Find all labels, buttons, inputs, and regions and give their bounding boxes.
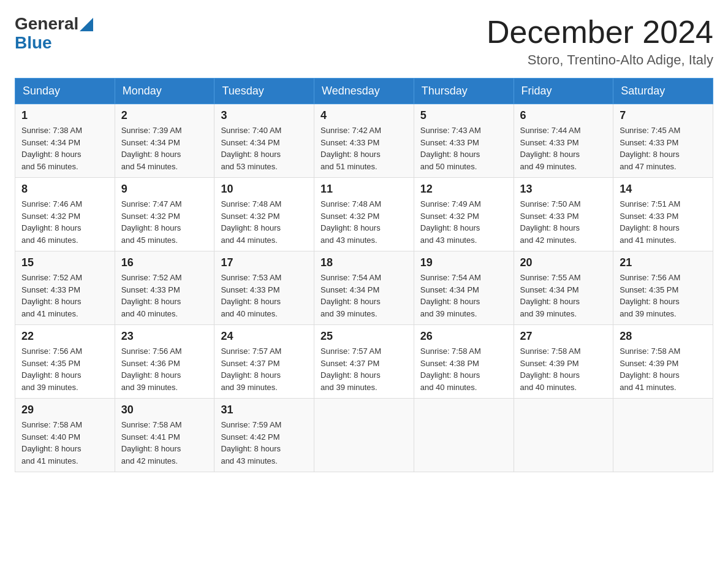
day-cell-28: 28Sunrise: 7:58 AMSunset: 4:39 PMDayligh…	[613, 325, 713, 399]
day-cell-13: 13Sunrise: 7:50 AMSunset: 4:33 PMDayligh…	[514, 178, 613, 251]
day-info-7: Sunrise: 7:45 AMSunset: 4:33 PMDaylight:…	[620, 124, 707, 172]
location-subtitle: Storo, Trentino-Alto Adige, Italy	[487, 52, 713, 68]
day-cell-17: 17Sunrise: 7:53 AMSunset: 4:33 PMDayligh…	[214, 251, 314, 325]
day-number-7: 7	[620, 109, 707, 122]
day-number-26: 26	[420, 330, 507, 343]
day-cell-15: 15Sunrise: 7:52 AMSunset: 4:33 PMDayligh…	[15, 251, 115, 325]
day-info-15: Sunrise: 7:52 AMSunset: 4:33 PMDaylight:…	[21, 272, 108, 320]
day-number-20: 20	[520, 256, 607, 269]
logo-blue-text: Blue	[15, 33, 52, 52]
day-number-6: 6	[520, 109, 607, 122]
day-cell-3: 3Sunrise: 7:40 AMSunset: 4:34 PMDaylight…	[214, 104, 314, 178]
day-number-13: 13	[520, 183, 607, 196]
day-cell-7: 7Sunrise: 7:45 AMSunset: 4:33 PMDaylight…	[613, 104, 713, 178]
day-cell-11: 11Sunrise: 7:48 AMSunset: 4:32 PMDayligh…	[314, 178, 414, 251]
day-cell-19: 19Sunrise: 7:54 AMSunset: 4:34 PMDayligh…	[414, 251, 514, 325]
calendar-header-row: Sunday Monday Tuesday Wednesday Thursday…	[15, 79, 713, 104]
day-info-16: Sunrise: 7:52 AMSunset: 4:33 PMDaylight:…	[121, 272, 208, 320]
day-cell-1: 1Sunrise: 7:38 AMSunset: 4:34 PMDaylight…	[15, 104, 115, 178]
col-monday: Monday	[115, 79, 214, 104]
day-number-18: 18	[320, 256, 408, 269]
day-info-5: Sunrise: 7:43 AMSunset: 4:33 PMDaylight:…	[420, 124, 507, 172]
day-info-6: Sunrise: 7:44 AMSunset: 4:33 PMDaylight:…	[520, 124, 607, 172]
day-info-31: Sunrise: 7:59 AMSunset: 4:42 PMDaylight:…	[221, 419, 308, 467]
day-cell-22: 22Sunrise: 7:56 AMSunset: 4:35 PMDayligh…	[15, 325, 115, 399]
day-number-21: 21	[620, 256, 707, 269]
col-saturday: Saturday	[613, 79, 713, 104]
empty-cell-w4-d6	[613, 399, 713, 472]
day-cell-29: 29Sunrise: 7:58 AMSunset: 4:40 PMDayligh…	[15, 399, 115, 472]
day-number-24: 24	[221, 330, 308, 343]
empty-cell-w4-d5	[514, 399, 613, 472]
logo: General Blue	[15, 15, 93, 53]
day-number-5: 5	[420, 109, 507, 122]
day-cell-21: 21Sunrise: 7:56 AMSunset: 4:35 PMDayligh…	[613, 251, 713, 325]
day-number-11: 11	[320, 183, 408, 196]
day-cell-8: 8Sunrise: 7:46 AMSunset: 4:32 PMDaylight…	[15, 178, 115, 251]
svg-marker-0	[80, 18, 93, 31]
page-header: General Blue December 2024 Storo, Trenti…	[15, 15, 713, 68]
day-info-20: Sunrise: 7:55 AMSunset: 4:34 PMDaylight:…	[520, 272, 607, 320]
day-number-8: 8	[21, 183, 108, 196]
week-row-4: 22Sunrise: 7:56 AMSunset: 4:35 PMDayligh…	[15, 325, 713, 399]
day-number-30: 30	[121, 404, 208, 416]
day-number-22: 22	[21, 330, 108, 343]
day-cell-24: 24Sunrise: 7:57 AMSunset: 4:37 PMDayligh…	[214, 325, 314, 399]
day-number-28: 28	[620, 330, 707, 343]
day-number-27: 27	[520, 330, 607, 343]
logo-triangle-icon	[80, 18, 93, 31]
week-row-2: 8Sunrise: 7:46 AMSunset: 4:32 PMDaylight…	[15, 178, 713, 251]
day-cell-12: 12Sunrise: 7:49 AMSunset: 4:32 PMDayligh…	[414, 178, 514, 251]
day-number-25: 25	[320, 330, 408, 343]
day-info-8: Sunrise: 7:46 AMSunset: 4:32 PMDaylight:…	[21, 198, 108, 246]
day-cell-2: 2Sunrise: 7:39 AMSunset: 4:34 PMDaylight…	[115, 104, 214, 178]
day-info-28: Sunrise: 7:58 AMSunset: 4:39 PMDaylight:…	[620, 345, 707, 393]
day-cell-14: 14Sunrise: 7:51 AMSunset: 4:33 PMDayligh…	[613, 178, 713, 251]
day-info-29: Sunrise: 7:58 AMSunset: 4:40 PMDaylight:…	[21, 419, 108, 467]
day-cell-10: 10Sunrise: 7:48 AMSunset: 4:32 PMDayligh…	[214, 178, 314, 251]
day-cell-4: 4Sunrise: 7:42 AMSunset: 4:33 PMDaylight…	[314, 104, 414, 178]
day-info-24: Sunrise: 7:57 AMSunset: 4:37 PMDaylight:…	[221, 345, 308, 393]
col-sunday: Sunday	[15, 79, 115, 104]
day-number-1: 1	[21, 109, 108, 122]
day-info-13: Sunrise: 7:50 AMSunset: 4:33 PMDaylight:…	[520, 198, 607, 246]
month-title: December 2024	[487, 15, 713, 50]
day-number-12: 12	[420, 183, 507, 196]
day-info-11: Sunrise: 7:48 AMSunset: 4:32 PMDaylight:…	[320, 198, 408, 246]
day-number-4: 4	[320, 109, 408, 122]
day-cell-23: 23Sunrise: 7:56 AMSunset: 4:36 PMDayligh…	[115, 325, 214, 399]
day-number-9: 9	[121, 183, 208, 196]
day-cell-18: 18Sunrise: 7:54 AMSunset: 4:34 PMDayligh…	[314, 251, 414, 325]
day-info-4: Sunrise: 7:42 AMSunset: 4:33 PMDaylight:…	[320, 124, 408, 172]
day-info-27: Sunrise: 7:58 AMSunset: 4:39 PMDaylight:…	[520, 345, 607, 393]
day-info-26: Sunrise: 7:58 AMSunset: 4:38 PMDaylight:…	[420, 345, 507, 393]
day-info-17: Sunrise: 7:53 AMSunset: 4:33 PMDaylight:…	[221, 272, 308, 320]
day-info-10: Sunrise: 7:48 AMSunset: 4:32 PMDaylight:…	[221, 198, 308, 246]
empty-cell-w4-d3	[314, 399, 414, 472]
day-info-21: Sunrise: 7:56 AMSunset: 4:35 PMDaylight:…	[620, 272, 707, 320]
day-info-18: Sunrise: 7:54 AMSunset: 4:34 PMDaylight:…	[320, 272, 408, 320]
day-number-16: 16	[121, 256, 208, 269]
day-cell-27: 27Sunrise: 7:58 AMSunset: 4:39 PMDayligh…	[514, 325, 613, 399]
day-cell-16: 16Sunrise: 7:52 AMSunset: 4:33 PMDayligh…	[115, 251, 214, 325]
day-info-25: Sunrise: 7:57 AMSunset: 4:37 PMDaylight:…	[320, 345, 408, 393]
day-number-31: 31	[221, 404, 308, 416]
day-info-30: Sunrise: 7:58 AMSunset: 4:41 PMDaylight:…	[121, 419, 208, 467]
day-number-3: 3	[221, 109, 308, 122]
day-cell-6: 6Sunrise: 7:44 AMSunset: 4:33 PMDaylight…	[514, 104, 613, 178]
day-number-14: 14	[620, 183, 707, 196]
day-number-2: 2	[121, 109, 208, 122]
title-section: December 2024 Storo, Trentino-Alto Adige…	[487, 15, 713, 68]
empty-cell-w4-d4	[414, 399, 514, 472]
day-number-10: 10	[221, 183, 308, 196]
day-number-17: 17	[221, 256, 308, 269]
calendar-table: Sunday Monday Tuesday Wednesday Thursday…	[15, 78, 713, 472]
day-cell-5: 5Sunrise: 7:43 AMSunset: 4:33 PMDaylight…	[414, 104, 514, 178]
day-number-23: 23	[121, 330, 208, 343]
day-number-15: 15	[21, 256, 108, 269]
day-info-23: Sunrise: 7:56 AMSunset: 4:36 PMDaylight:…	[121, 345, 208, 393]
day-info-2: Sunrise: 7:39 AMSunset: 4:34 PMDaylight:…	[121, 124, 208, 172]
day-number-29: 29	[21, 404, 108, 416]
day-info-12: Sunrise: 7:49 AMSunset: 4:32 PMDaylight:…	[420, 198, 507, 246]
day-info-22: Sunrise: 7:56 AMSunset: 4:35 PMDaylight:…	[21, 345, 108, 393]
